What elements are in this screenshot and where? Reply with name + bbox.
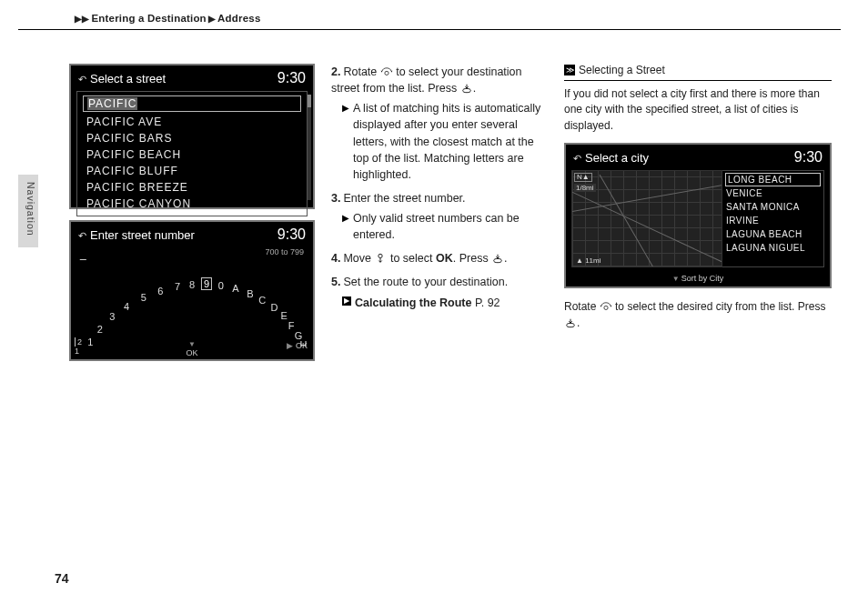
step-3-sub: Only valid street numbers can be entered… [353, 210, 548, 243]
device1-list: PACIFIC PACIFIC AVE PACIFIC BARS PACIFIC… [76, 91, 308, 216]
device1-clock: 9:30 [278, 70, 306, 86]
list-item: VENICE [722, 186, 823, 200]
triangle-icon: ▶ [342, 102, 353, 183]
dial-char: 6 [157, 286, 163, 296]
dial-char: 7 [175, 281, 180, 292]
svg-point-5 [567, 323, 575, 327]
device-enter-street-number: ↶Enter street number 9:30 _ 700 to 799 1… [69, 220, 315, 361]
list-item: LAGUNA NIGUEL [722, 241, 823, 255]
back-icon: ↶ [78, 74, 86, 85]
press-dial-icon [564, 317, 577, 328]
dial-char: A [232, 283, 238, 294]
dial-char: F [288, 320, 295, 331]
rotate-dial-icon [600, 301, 612, 312]
device1-title: Select a street [90, 72, 166, 85]
triangle-icon: ▶ [342, 212, 353, 243]
breadcrumb-b: Address [217, 13, 260, 24]
list-item: PACIFIC BLUFF [77, 163, 307, 179]
list-item: LAGUNA BEACH [722, 227, 823, 241]
step-3: 3.Enter the street number. ▶Only valid s… [331, 190, 548, 243]
svg-point-0 [385, 71, 389, 75]
device3-list: LONG BEACH VENICE SANTA MONICA IRVINE LA… [722, 170, 824, 267]
side-tab-label: Navigation [18, 182, 36, 236]
steps-list: 2.Rotate to select your destination stre… [331, 64, 548, 311]
note-footer: Rotate to select the desired city from t… [564, 299, 832, 331]
device-select-city: ↶Select a city 9:30 N▲ 1/8mi ▲ 11mi [564, 143, 832, 288]
device2-clock: 9:30 [278, 226, 306, 243]
dial-char: C [258, 295, 266, 306]
svg-point-2 [378, 255, 382, 258]
step-4: 4.Move to select OK. Press . [331, 250, 548, 266]
page-number: 74 [55, 571, 69, 586]
step-2: 2.Rotate to select your destination stre… [331, 64, 548, 183]
north-badge-icon: N▲ [574, 173, 592, 182]
device-select-street: ↶Select a street 9:30 PACIFIC PACIFIC AV… [69, 64, 315, 209]
device2-title: Enter street number [90, 228, 195, 242]
breadcrumb-a: Entering a Destination [91, 13, 206, 24]
list-item: PACIFIC CANYON [77, 196, 307, 212]
map-scale-bottom: ▲ 11mi [576, 256, 601, 265]
dial-char-selected: 9 [201, 277, 212, 290]
device2-left-ticks: 21 [75, 337, 82, 356]
device3-footer: Sort by City [566, 273, 830, 286]
back-icon: ↶ [573, 153, 581, 164]
device2-dial: 1 2 3 4 5 6 7 8 9 0 A B C D E [71, 276, 313, 347]
dial-char: 1 [87, 337, 93, 347]
svg-point-1 [462, 89, 470, 93]
list-item: PACIFIC AVE [77, 114, 307, 130]
press-dial-icon [460, 82, 473, 93]
list-item: SANTA MONICA [722, 200, 823, 214]
device2-ok-right: OK [287, 341, 308, 350]
device3-clock: 9:30 [794, 149, 823, 166]
svg-point-4 [604, 306, 608, 309]
note-body: If you did not select a city first and t… [564, 80, 832, 134]
device2-hint: 700 to 799 [265, 247, 304, 256]
dial-char: 3 [109, 311, 115, 322]
device3-map: N▲ 1/8mi ▲ 11mi [571, 170, 722, 267]
dial-char: 8 [189, 279, 195, 290]
move-dial-icon [374, 252, 387, 263]
svg-point-3 [494, 259, 502, 263]
xref-icon: ▶ [342, 296, 351, 306]
list-item: IRVINE [722, 214, 823, 227]
step-2-sub: A list of matching hits is automatically… [353, 100, 548, 183]
dial-char: E [280, 310, 287, 321]
list-item: LONG BEACH [725, 173, 821, 186]
list-item: PACIFIC BARS [77, 130, 307, 146]
device2-ok-bottom: OK [186, 340, 197, 357]
dial-char: 4 [124, 301, 129, 312]
dial-char: 5 [141, 292, 146, 303]
scrollbar-icon [308, 95, 311, 200]
list-item: PACIFIC BEACH [77, 146, 307, 163]
dial-char: B [247, 288, 253, 299]
dial-char: 2 [97, 324, 103, 335]
note-tag-icon: ≫ [564, 65, 575, 75]
map-scale-top: 1/8mi [574, 184, 596, 192]
step-5: 5.Set the route to your destination. ▶Ca… [331, 274, 548, 310]
back-icon: ↶ [78, 230, 86, 241]
dial-char: D [270, 302, 278, 313]
device3-title: Select a city [585, 151, 649, 165]
note-title: ≫ Selecting a Street [564, 64, 832, 76]
dial-char: 0 [218, 280, 224, 291]
breadcrumb: ▶▶Entering a Destination▶Address [18, 9, 841, 30]
press-dial-icon [491, 252, 504, 263]
rotate-dial-icon [380, 65, 393, 76]
list-item: PACIFIC [83, 95, 301, 112]
list-item: PACIFIC BREEZE [77, 179, 307, 196]
device2-cursor: _ [80, 247, 86, 260]
